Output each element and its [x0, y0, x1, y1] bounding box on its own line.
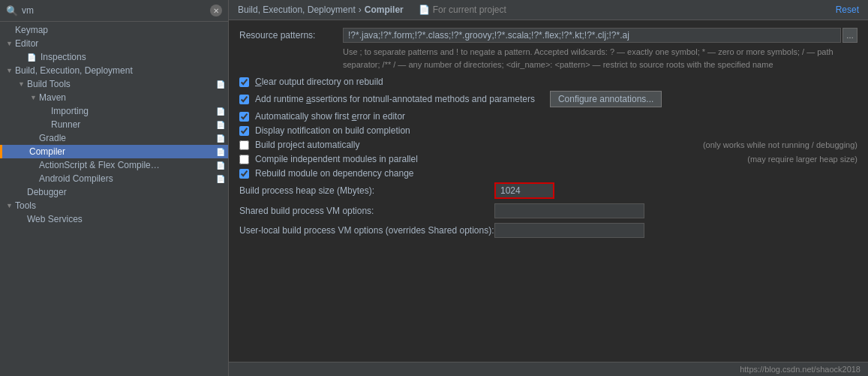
sidebar-item-label: ActionScript & Flex Compile… — [39, 160, 216, 170]
page-icon: 📄 — [216, 148, 225, 156]
sidebar-item-label: Web Services — [27, 214, 228, 224]
status-url: https://blog.csdn.net/shaock2018 — [740, 365, 860, 374]
user-local-vm-label: User-local build process VM options (ove… — [239, 225, 494, 236]
reset-button[interactable]: Reset — [836, 5, 859, 15]
sidebar-item-inspections[interactable]: 📄 Inspections — [0, 50, 228, 64]
heap-size-label: Build process heap size (Mbytes): — [239, 185, 494, 196]
page-icon: 📄 — [216, 134, 225, 143]
page-icon: 📄 — [216, 175, 225, 183]
build-auto-checkbox[interactable] — [239, 140, 249, 150]
auto-show-label: Automatically show first error in editor — [255, 111, 405, 122]
for-current-project: 📄 For current project — [419, 5, 506, 15]
breadcrumb-part1: Build, Execution, Deployment — [238, 5, 356, 15]
clear-output-label: Clear output directory on rebuild — [255, 77, 383, 87]
display-notification-row: Display notification on build completion — [239, 125, 857, 136]
resource-patterns-hint: Use ; to separate patterns and ! to nega… — [343, 46, 857, 71]
sidebar-item-label: Debugger — [27, 187, 228, 197]
breadcrumb: Build, Execution, Deployment › Compiler — [238, 5, 404, 15]
sidebar-item-compiler[interactable]: Compiler 📄 — [0, 145, 228, 158]
sidebar-item-label: Maven — [39, 92, 228, 103]
build-auto-note: (only works while not running / debuggin… — [688, 140, 857, 149]
add-runtime-row: Add runtime assertions for notnull-annot… — [239, 91, 857, 107]
add-runtime-label: Add runtime assertions for notnull-annot… — [255, 94, 535, 104]
sidebar-item-importing[interactable]: Importing 📄 — [0, 104, 228, 118]
settings-form: Resource patterns: … Use ; to separate p… — [229, 20, 868, 362]
search-input[interactable] — [22, 5, 210, 16]
heap-size-row: Build process heap size (Mbytes): — [239, 182, 857, 199]
arrow-icon: ▼ — [30, 94, 39, 101]
sidebar-item-label: Build Tools — [27, 79, 216, 89]
resource-patterns-expand-button[interactable]: … — [842, 28, 857, 43]
resource-patterns-label: Resource patterns: — [239, 30, 337, 41]
arrow-icon: ▼ — [6, 67, 15, 74]
breadcrumb-separator: › — [359, 5, 362, 15]
auto-show-checkbox[interactable] — [239, 112, 249, 122]
clear-output-checkbox[interactable] — [239, 77, 249, 87]
sidebar-item-label: Keymap — [15, 25, 228, 35]
sidebar-item-actionscript[interactable]: ActionScript & Flex Compile… 📄 — [0, 158, 228, 172]
configure-annotations-button[interactable]: Configure annotations... — [550, 91, 662, 107]
document-icon: 📄 — [419, 5, 430, 15]
sidebar-item-build-execution[interactable]: ▼ Build, Execution, Deployment — [0, 64, 228, 77]
sidebar-item-label: Editor — [15, 38, 228, 49]
sidebar-item-label: Tools — [15, 200, 228, 211]
sidebar-item-tools[interactable]: ▼ Tools — [0, 199, 228, 212]
sidebar-item-label: Compiler — [29, 146, 216, 157]
shared-vm-input[interactable] — [494, 203, 644, 218]
page-icon: 📄 — [216, 107, 225, 116]
display-notification-label: Display notification on build completion — [255, 125, 410, 136]
sidebar-item-label: Android Compilers — [39, 173, 216, 184]
compile-parallel-checkbox[interactable] — [239, 155, 249, 164]
sidebar-item-android-compilers[interactable]: Android Compilers 📄 — [0, 172, 228, 185]
arrow-icon: ▼ — [6, 40, 15, 47]
search-icon: 🔍 — [6, 5, 18, 17]
user-local-vm-input[interactable] — [494, 223, 644, 238]
sidebar-item-debugger[interactable]: Debugger — [0, 185, 228, 199]
clear-output-row: Clear output directory on rebuild — [239, 77, 857, 87]
page-icon: 📄 — [216, 80, 225, 89]
sidebar-item-gradle[interactable]: Gradle 📄 — [0, 131, 228, 145]
sidebar-item-keymap[interactable]: Keymap — [0, 23, 228, 37]
sidebar-item-maven[interactable]: ▼ Maven — [0, 91, 228, 104]
settings-tree: Keymap ▼ Editor 📄 Inspections ▼ Build, E… — [0, 22, 228, 376]
search-clear-button[interactable]: ✕ — [210, 5, 222, 17]
shared-vm-row: Shared build process VM options: — [239, 203, 857, 218]
rebuild-module-checkbox[interactable] — [239, 169, 249, 179]
content-panel: Build, Execution, Deployment › Compiler … — [229, 0, 868, 376]
auto-show-row: Automatically show first error in editor — [239, 111, 857, 122]
page-icon: 📄 — [27, 53, 36, 62]
sidebar-item-editor[interactable]: ▼ Editor — [0, 37, 228, 50]
heap-size-input[interactable] — [494, 182, 554, 199]
clear-output-label-rest: lear output directory on rebuild — [262, 77, 383, 87]
arrow-icon: ▼ — [6, 202, 15, 209]
underline-char: C — [255, 77, 262, 87]
user-local-vm-row: User-local build process VM options (ove… — [239, 223, 857, 238]
display-notification-checkbox[interactable] — [239, 126, 249, 136]
status-bar: https://blog.csdn.net/shaock2018 — [229, 362, 868, 376]
add-runtime-checkbox[interactable] — [239, 95, 249, 104]
sidebar-item-web-services[interactable]: Web Services — [0, 212, 228, 226]
sidebar-item-runner[interactable]: Runner 📄 — [0, 118, 228, 131]
compile-parallel-label: Compile independent modules in parallel — [255, 154, 418, 164]
compile-parallel-row: Compile independent modules in parallel … — [239, 154, 857, 164]
rebuild-module-label: Rebuild module on dependency change — [255, 168, 414, 179]
resource-patterns-input[interactable] — [343, 28, 841, 43]
resource-patterns-row: Resource patterns: … — [239, 28, 857, 43]
sidebar-item-build-tools[interactable]: ▼ Build Tools 📄 — [0, 77, 228, 91]
build-auto-row: Build project automatically (only works … — [239, 140, 857, 150]
page-icon: 📄 — [216, 161, 225, 170]
build-auto-label: Build project automatically — [255, 140, 359, 150]
page-icon: 📄 — [216, 121, 225, 129]
search-bar: 🔍 ✕ — [0, 0, 228, 22]
sidebar-item-label: Inspections — [41, 52, 228, 62]
shared-vm-label: Shared build process VM options: — [239, 206, 494, 216]
content-header: Build, Execution, Deployment › Compiler … — [229, 0, 868, 20]
compile-parallel-note: (may require larger heap size) — [732, 155, 857, 164]
arrow-icon: ▼ — [18, 80, 27, 88]
sidebar-item-label: Build, Execution, Deployment — [15, 65, 228, 76]
sidebar-item-label: Runner — [51, 119, 216, 130]
sidebar: 🔍 ✕ Keymap ▼ Editor 📄 Inspections — [0, 0, 229, 376]
sidebar-item-label: Importing — [51, 106, 216, 116]
sidebar-item-label: Gradle — [39, 133, 216, 143]
breadcrumb-current: Compiler — [365, 5, 404, 15]
